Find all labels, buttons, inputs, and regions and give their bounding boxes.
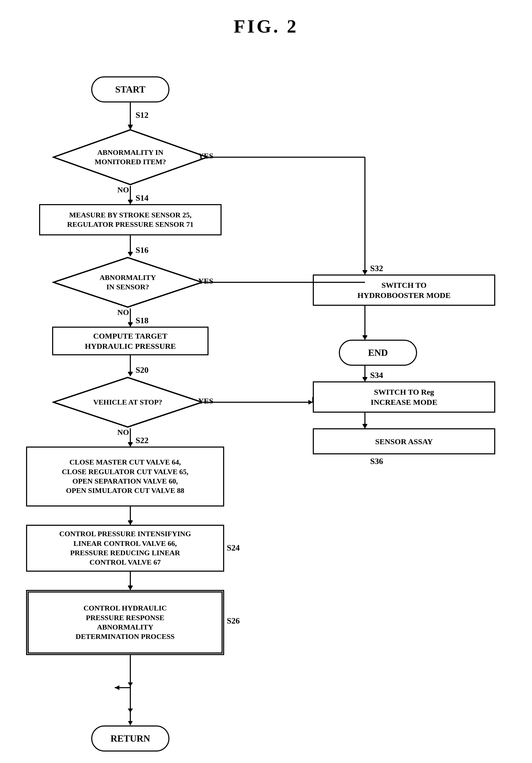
diamond1-wrapper: ABNORMALITY INMONITORED ITEM? (52, 129, 209, 186)
svg-marker-5 (128, 252, 133, 256)
s12-label: S12 (136, 110, 149, 120)
no1-label: NO (117, 185, 129, 194)
return-node: RETURN (91, 725, 169, 751)
svg-marker-9 (128, 372, 133, 376)
flowchart: START S12 ABNORMALITY INMONITORED ITEM? … (0, 48, 532, 763)
rect-s34: SWITCH TO RegINCREASE MODE (313, 382, 495, 413)
svg-marker-32 (362, 424, 368, 428)
rect2: COMPUTE TARGETHYDRAULIC PRESSURE (52, 327, 209, 355)
s22-label: S22 (136, 436, 149, 445)
svg-marker-17 (128, 683, 133, 686)
svg-marker-3 (128, 200, 133, 204)
rect3: CLOSE MASTER CUT VALVE 64,CLOSE REGULATO… (26, 447, 224, 506)
s18-label: S18 (136, 316, 149, 325)
s34-label: S34 (370, 371, 383, 380)
s32-label: S32 (370, 264, 383, 273)
rect-sensor: SENSOR ASSAY (313, 428, 495, 454)
rect5-line2: PRESSURE RESPONSE (75, 613, 175, 622)
yes2-label: YES (198, 276, 213, 285)
s20-label: S20 (136, 365, 149, 375)
rect4: CONTROL PRESSURE INTENSIFYINGLINEAR CONT… (26, 525, 224, 572)
svg-marker-19 (128, 708, 133, 712)
svg-marker-11 (128, 443, 133, 447)
no3-label: NO (117, 428, 129, 437)
rect5-line4: DETERMINATION PROCESS (75, 632, 175, 641)
diamond3-wrapper: VEHICLE AT STOP? (52, 376, 203, 428)
rect5-line1: CONTROL HYDRAULIC (75, 603, 175, 613)
diamond1-text: ABNORMALITY INMONITORED ITEM? (91, 148, 169, 167)
yes3-label: YES (198, 396, 213, 405)
svg-marker-7 (128, 323, 133, 327)
svg-marker-22 (362, 271, 368, 274)
start-node: START (91, 76, 169, 102)
s24-label: S24 (227, 543, 240, 553)
diamond2-wrapper: ABNORMALITYIN SENSOR? (52, 256, 203, 308)
diamond3-text: VEHICLE AT STOP? (89, 397, 167, 407)
end-node: END (339, 340, 417, 366)
s26-label: S26 (227, 616, 240, 626)
diamond2-text: ABNORMALITYIN SENSOR? (91, 273, 164, 292)
rect1: MEASURE BY STROKE SENSOR 25,REGULATOR PR… (39, 204, 222, 235)
svg-marker-15 (128, 586, 133, 590)
rect5: CONTROL HYDRAULIC PRESSURE RESPONSE ABNO… (26, 590, 224, 655)
s14-label: S14 (136, 193, 149, 203)
svg-marker-1 (128, 125, 133, 129)
yes1-label: YES (198, 152, 213, 160)
svg-marker-13 (128, 521, 133, 525)
svg-marker-30 (362, 378, 368, 382)
rect-s32: SWITCH TOHYDROBOOSTER MODE (313, 274, 495, 306)
page-title: FIG. 2 (0, 0, 532, 48)
svg-marker-26 (362, 336, 368, 340)
no2-label: NO (117, 308, 129, 317)
s16-label: S16 (136, 245, 149, 255)
s36-label: S36 (370, 457, 383, 466)
rect5-line3: ABNORMALITY (75, 622, 175, 632)
